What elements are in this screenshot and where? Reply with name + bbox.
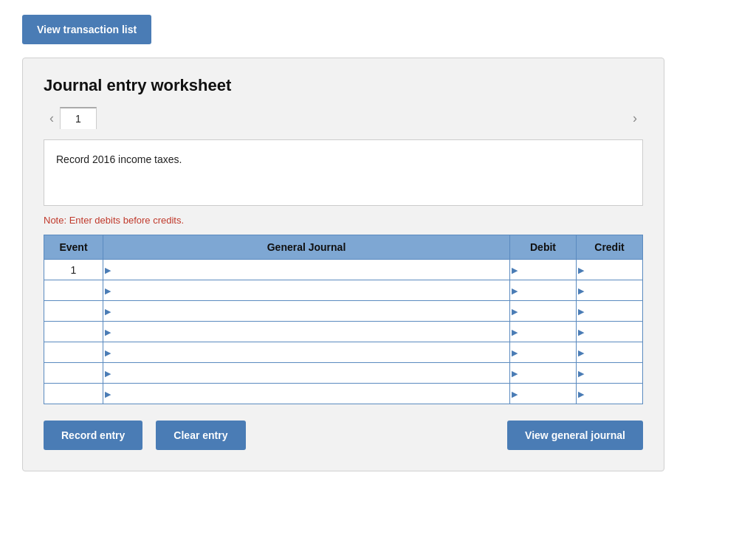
credit-cell-0[interactable]: ▶ [577,260,643,280]
journal-cell-2[interactable]: ▶ [103,301,510,322]
arrow-indicator-credit-2: ▶ [578,306,584,316]
debit-input-3[interactable] [510,322,576,342]
credit-input-1[interactable] [577,280,642,300]
debit-cell-3[interactable]: ▶ [510,322,577,342]
event-cell-0: 1 [44,260,103,280]
debit-input-5[interactable] [510,363,576,383]
table-row: ▶▶▶ [44,322,643,342]
journal-input-0[interactable] [103,260,509,280]
arrow-indicator-journal-2: ▶ [105,306,111,316]
arrow-indicator-journal-6: ▶ [105,389,111,398]
credit-input-5[interactable] [577,363,642,383]
description-box: Record 2016 income taxes. [44,139,643,206]
credit-input-6[interactable] [577,384,642,404]
journal-cell-4[interactable]: ▶ [103,342,510,363]
event-cell-4 [44,342,103,363]
tab-1[interactable]: 1 [60,107,97,129]
credit-input-2[interactable] [577,301,642,321]
arrow-indicator-credit-6: ▶ [578,389,584,398]
arrow-indicator-credit-1: ▶ [578,286,584,295]
journal-input-1[interactable] [103,280,509,300]
debit-input-1[interactable] [510,280,576,300]
view-transaction-button[interactable]: View transaction list [22,15,151,44]
journal-input-6[interactable] [103,384,509,404]
arrow-indicator-debit-6: ▶ [512,389,518,398]
credit-input-0[interactable] [577,260,642,280]
journal-input-4[interactable] [103,342,509,362]
debit-cell-2[interactable]: ▶ [510,301,577,322]
journal-cell-6[interactable]: ▶ [103,384,510,404]
event-cell-6 [44,384,103,404]
debit-input-6[interactable] [510,384,576,404]
event-cell-3 [44,322,103,342]
arrow-indicator-credit-3: ▶ [578,327,584,336]
journal-cell-0[interactable]: ▶ [103,260,510,280]
col-header-event: Event [44,235,103,260]
arrow-indicator-journal-5: ▶ [105,368,111,378]
credit-input-3[interactable] [577,322,642,342]
arrow-indicator-credit-0: ▶ [578,265,584,274]
event-cell-5 [44,363,103,384]
arrow-indicator-journal-4: ▶ [105,347,111,357]
journal-input-3[interactable] [103,322,509,342]
arrow-indicator-journal-1: ▶ [105,286,111,295]
journal-cell-3[interactable]: ▶ [103,322,510,342]
prev-tab-arrow[interactable]: ‹ [44,108,60,129]
debit-cell-1[interactable]: ▶ [510,280,577,301]
credit-cell-4[interactable]: ▶ [577,342,643,363]
next-tab-arrow[interactable]: › [627,108,643,129]
credit-cell-3[interactable]: ▶ [577,322,643,342]
arrow-indicator-debit-2: ▶ [512,306,518,316]
view-general-journal-button[interactable]: View general journal [507,421,643,450]
table-row: ▶▶▶ [44,301,643,322]
table-row: 1▶▶▶ [44,260,643,280]
record-entry-button[interactable]: Record entry [44,421,142,450]
table-row: ▶▶▶ [44,384,643,404]
event-cell-2 [44,301,103,322]
debit-cell-4[interactable]: ▶ [510,342,577,363]
event-cell-1 [44,280,103,301]
col-header-debit: Debit [510,235,577,260]
debit-input-2[interactable] [510,301,576,321]
tab-navigation: ‹ 1 › [44,107,643,129]
arrow-indicator-credit-5: ▶ [578,368,584,378]
journal-input-5[interactable] [103,363,509,383]
tab-list: 1 [60,107,627,129]
debit-cell-6[interactable]: ▶ [510,384,577,404]
debit-cell-5[interactable]: ▶ [510,363,577,384]
arrow-indicator-debit-0: ▶ [512,265,518,274]
table-row: ▶▶▶ [44,342,643,363]
journal-cell-1[interactable]: ▶ [103,280,510,301]
credit-input-4[interactable] [577,342,642,362]
journal-cell-5[interactable]: ▶ [103,363,510,384]
credit-cell-5[interactable]: ▶ [577,363,643,384]
credit-cell-6[interactable]: ▶ [577,384,643,404]
arrow-indicator-journal-3: ▶ [105,327,111,336]
arrow-indicator-debit-4: ▶ [512,347,518,357]
col-header-journal: General Journal [103,235,510,260]
credit-cell-2[interactable]: ▶ [577,301,643,322]
worksheet-title: Journal entry worksheet [44,76,643,95]
table-row: ▶▶▶ [44,363,643,384]
debit-cell-0[interactable]: ▶ [510,260,577,280]
page-wrapper: View transaction list Journal entry work… [0,0,756,486]
debit-input-4[interactable] [510,342,576,362]
col-header-credit: Credit [577,235,643,260]
arrow-indicator-debit-5: ▶ [512,368,518,378]
arrow-indicator-credit-4: ▶ [578,347,584,357]
journal-table: Event General Journal Debit Credit 1▶▶▶▶… [44,235,643,404]
note-text: Note: Enter debits before credits. [44,215,643,226]
buttons-row: Record entry Clear entry View general jo… [44,421,643,450]
debit-input-0[interactable] [510,260,576,280]
worksheet-card: Journal entry worksheet ‹ 1 › Record 201… [22,58,664,471]
arrow-indicator-debit-1: ▶ [512,286,518,295]
credit-cell-1[interactable]: ▶ [577,280,643,301]
clear-entry-button[interactable]: Clear entry [156,421,245,450]
table-row: ▶▶▶ [44,280,643,301]
arrow-indicator-journal-0: ▶ [105,265,111,274]
arrow-indicator-debit-3: ▶ [512,327,518,336]
journal-input-2[interactable] [103,301,509,321]
